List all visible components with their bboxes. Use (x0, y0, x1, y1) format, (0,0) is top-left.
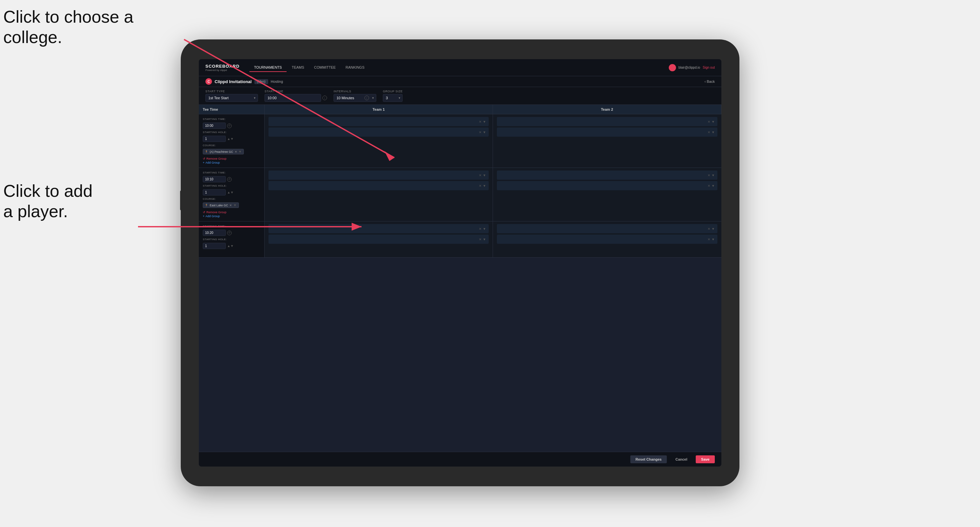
slot-x-btn[interactable]: ✕ (708, 227, 710, 231)
slot-x-btn[interactable]: ✕ (479, 184, 482, 187)
course-badge-1[interactable]: 🏌 (A) Peachtree GC ✕ ▼ (203, 149, 244, 154)
slot-x-btn[interactable]: ✕ (708, 184, 710, 187)
slot-chevron-btn[interactable]: ▼ (483, 227, 486, 231)
course-chevron-2: ▼ (233, 203, 237, 207)
starting-time-row-1: ⏱ (203, 122, 260, 129)
start-type-label: Start Type (205, 90, 258, 93)
user-email: blair@clippd.io (679, 66, 700, 69)
slot-chevron-btn[interactable]: ▼ (483, 173, 486, 177)
course-row-1: 🏌 (A) Peachtree GC ✕ ▼ (203, 149, 260, 154)
start-type-select[interactable]: 1st Tee Start (205, 94, 258, 102)
slot-x-btn[interactable]: ✕ (708, 173, 710, 177)
course-remove-1[interactable]: ✕ (235, 150, 237, 154)
starting-hole-row-2: ▲▼ (203, 189, 260, 195)
add-group-1[interactable]: + Add Group (203, 161, 260, 164)
player-slot-actions: ✕ ▼ (708, 173, 715, 177)
clippd-logo: C (205, 78, 212, 85)
player-slot[interactable]: ✕ ▼ (497, 170, 718, 180)
intervals-select[interactable]: 10 Minutes (334, 94, 376, 102)
slot-x-btn[interactable]: ✕ (708, 130, 710, 134)
logo-sub: Powered by clippd (205, 69, 240, 71)
player-slot[interactable]: ✕ ▼ (269, 224, 489, 233)
course-row-2: 🏌 East Lake GC ✕ ▼ (203, 202, 260, 208)
slot-x-btn[interactable]: ✕ (708, 120, 710, 124)
player-slot[interactable]: ✕ ▼ (497, 224, 718, 233)
controls-row: Start Type 1st Tee Start ▼ Start Time i … (199, 87, 721, 105)
starting-hole-input-1[interactable] (203, 136, 226, 142)
slot-chevron-btn[interactable]: ▼ (483, 238, 486, 241)
reset-changes-button[interactable]: Reset Changes (630, 456, 667, 463)
slot-chevron-btn[interactable]: ▼ (483, 120, 486, 124)
player-slot-actions: ✕ ▼ (479, 173, 486, 177)
player-slot-actions: ✕ ▼ (708, 120, 715, 124)
slot-chevron-btn[interactable]: ▼ (711, 184, 715, 187)
group-3-team2: ✕ ▼ ✕ ▼ (493, 221, 721, 257)
slot-chevron-btn[interactable]: ▼ (483, 130, 486, 134)
player-slot[interactable]: ✕ ▼ (269, 235, 489, 244)
player-slot[interactable]: ✕ ▼ (269, 181, 489, 190)
group-size-group: Group Size 3 ▼ (383, 90, 402, 102)
group-size-select[interactable]: 3 (383, 94, 402, 102)
group-3-team1: ✕ ▼ ✕ ▼ (264, 221, 493, 257)
start-time-group: Start Time i (264, 90, 327, 102)
player-slot[interactable]: ✕ ▼ (497, 127, 718, 137)
starting-hole-input-3[interactable] (203, 243, 226, 249)
save-button[interactable]: Save (696, 456, 715, 463)
course-remove-2[interactable]: ✕ (229, 204, 232, 207)
player-slot[interactable]: ✕ ▼ (269, 127, 489, 137)
slot-x-btn[interactable]: ✕ (479, 173, 482, 177)
add-group-2[interactable]: + Add Group (203, 214, 260, 218)
player-slot[interactable]: ✕ ▼ (497, 181, 718, 190)
slot-x-btn[interactable]: ✕ (479, 238, 482, 241)
player-slot[interactable]: ✕ ▼ (269, 117, 489, 126)
nav-tab-teams[interactable]: TEAMS (287, 63, 309, 72)
annotation-add-player: Click to add a player. (3, 181, 93, 222)
cancel-button[interactable]: Cancel (670, 456, 692, 463)
player-slot[interactable]: ✕ ▼ (497, 235, 718, 244)
remove-group-1[interactable]: ↺ Remove Group (203, 157, 260, 160)
group-2-team2: ✕ ▼ ✕ ▼ (493, 168, 721, 221)
clock-icon-1: ⏱ (227, 124, 232, 128)
group-size-label: Group Size (383, 90, 402, 93)
intervals-info-icon: i (364, 95, 369, 100)
start-time-info-icon: i (322, 95, 327, 100)
nav-tab-rankings[interactable]: RANKINGS (341, 63, 369, 72)
starting-time-label-3: STARTING TIME: (203, 225, 260, 228)
nav-tab-committee[interactable]: COMMITTEE (310, 63, 340, 72)
slot-chevron-btn[interactable]: ▼ (711, 238, 715, 241)
table-row: STARTING TIME: ⏱ STARTING HOLE: ▲▼ (199, 221, 721, 257)
clock-icon-3: ⏱ (227, 231, 232, 235)
player-slot[interactable]: ✕ ▼ (497, 117, 718, 126)
course-label-2: COURSE: (203, 197, 260, 200)
event-name: Clippd Invitational (215, 79, 252, 84)
slot-chevron-btn[interactable]: ▼ (711, 227, 715, 231)
tablet-frame: SCOREBOARD Powered by clippd TOURNAMENTS… (181, 40, 740, 486)
start-time-input[interactable] (264, 94, 321, 102)
slot-x-btn[interactable]: ✕ (708, 238, 710, 241)
starting-time-input-1[interactable] (203, 122, 226, 129)
sign-out-link[interactable]: Sign out (703, 66, 715, 69)
slot-x-btn[interactable]: ✕ (479, 227, 482, 231)
starting-time-input-3[interactable] (203, 230, 226, 236)
slot-x-btn[interactable]: ✕ (479, 120, 482, 124)
slot-chevron-btn[interactable]: ▼ (711, 120, 715, 124)
starting-time-input-2[interactable] (203, 176, 226, 183)
table-row: STARTING TIME: ⏱ STARTING HOLE: ▲▼ COURS… (199, 114, 721, 168)
slot-chevron-btn[interactable]: ▼ (483, 184, 486, 187)
back-button[interactable]: ‹ Back (705, 79, 715, 83)
slot-x-btn[interactable]: ✕ (479, 130, 482, 134)
starting-hole-input-2[interactable] (203, 189, 226, 195)
starting-hole-row-1: ▲▼ (203, 136, 260, 142)
clock-icon-2: ⏱ (227, 177, 232, 182)
schedule-table: Tee Time Team 1 Team 2 STARTING TIME: ⏱ … (199, 105, 721, 452)
player-slot-actions: ✕ ▼ (479, 120, 486, 124)
course-badge-2[interactable]: 🏌 East Lake GC ✕ ▼ (203, 202, 239, 208)
slot-chevron-btn[interactable]: ▼ (711, 173, 715, 177)
starting-time-row-3: ⏱ (203, 230, 260, 236)
remove-group-2[interactable]: ↺ Remove Group (203, 211, 260, 214)
nav-tab-tournaments[interactable]: TOURNAMENTS (250, 63, 286, 72)
player-slot[interactable]: ✕ ▼ (269, 170, 489, 180)
start-type-group: Start Type 1st Tee Start ▼ (205, 90, 258, 102)
slot-chevron-btn[interactable]: ▼ (711, 130, 715, 134)
player-slot-actions: ✕ ▼ (479, 130, 486, 134)
